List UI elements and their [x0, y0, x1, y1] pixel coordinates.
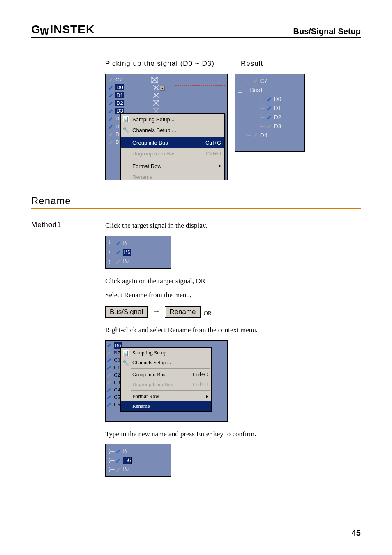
pencil-icon: [106, 342, 112, 348]
pencil-icon: [106, 394, 112, 400]
tree-node: D4: [260, 132, 267, 139]
logo-text-g: G: [31, 23, 40, 36]
menu-item-group-into-bus[interactable]: Group into Bus Ctrl+G: [121, 370, 211, 379]
signal-label-editing[interactable]: B6: [123, 457, 132, 464]
signal-label: D: [115, 139, 119, 145]
tree-collapse-icon[interactable]: −: [238, 88, 242, 92]
tree-node: D0: [274, 96, 281, 102]
signal-label-selected: D1: [115, 92, 124, 98]
pencil-icon: [115, 467, 121, 472]
pencil-icon: [108, 139, 114, 145]
menu-item-label: Format Row: [132, 163, 161, 169]
signal-label: C0: [114, 357, 120, 363]
menu-item-rename[interactable]: Rename: [121, 401, 211, 411]
pencil-icon: [115, 240, 121, 246]
caption-right: Result: [241, 60, 263, 68]
signal-label: B5: [123, 240, 129, 247]
signal-label: C1: [114, 364, 120, 371]
menu-item-ungroup-from-bus: Ungroup from Bus Ctrl+U: [121, 148, 224, 159]
step-text: Click the target signal in the display.: [105, 221, 361, 231]
pencil-icon: [106, 402, 112, 407]
signal-label-selected: D3: [115, 108, 124, 114]
sampling-icon: 📊: [122, 116, 129, 123]
pencil-icon: [108, 100, 114, 106]
pencil-icon: [108, 92, 114, 98]
step-text: Type in the new name and press Enter key…: [105, 429, 361, 439]
pencil-icon: [106, 365, 112, 370]
pencil-icon: [108, 132, 114, 137]
menu-item-label: Format Row: [132, 393, 159, 400]
pencil-icon: [108, 85, 114, 90]
step-text: Click again on the target signal, OR: [105, 276, 361, 287]
sampling-icon: 📊: [122, 350, 129, 356]
menu-button-rename[interactable]: Rename: [165, 306, 200, 318]
pencil-icon: [108, 124, 114, 130]
menu-shortcut: Ctrl+U: [193, 381, 208, 388]
dropdown-icon: [160, 86, 165, 91]
pencil-icon: [108, 108, 114, 114]
section-heading: Rename: [31, 195, 361, 207]
pencil-icon: [253, 78, 258, 84]
menu-item-label: Group into Bus: [132, 140, 168, 146]
screenshot-context-rename: B6 B7 C0 C1 C2 C3 C4 C5 C6 📊 Sampling Se…: [105, 340, 228, 422]
context-menu: 📊 Sampling Setup ... 🔧 Channels Setup ..…: [120, 113, 225, 180]
pencil-icon: [108, 116, 114, 122]
pencil-icon: [115, 458, 121, 463]
pencil-icon: [115, 259, 121, 264]
tree-node: D3: [274, 123, 281, 130]
menu-item-sampling-setup[interactable]: 📊 Sampling Setup ...: [121, 114, 224, 125]
figure-caption-row: Picking up the signal (D0 ~ D3) Result: [105, 60, 361, 68]
menu-shortcut: Ctrl+G: [205, 140, 221, 146]
channels-icon: 🔧: [122, 360, 129, 366]
page-header: GWINSTEK Bus/Signal Setup: [31, 23, 361, 38]
menu-path-row: Bus/Signal → Rename OR: [105, 306, 361, 318]
tree-node: D2: [274, 114, 281, 120]
menu-item-rename: Rename: [121, 171, 224, 180]
menu-item-label: Ungroup from Bus: [132, 150, 176, 157]
arrow-icon: →: [152, 307, 160, 315]
screenshot-result-tree: ┊╌╌C7 −╌╌Bus1 ┊╌╌D0 ┊╌╌D1 ┊╌╌D2 └╌╌D3 ┊╌…: [235, 74, 305, 152]
menu-shortcut: Ctrl+G: [193, 371, 208, 378]
menu-item-channels-setup[interactable]: 🔧 Channels Setup ...: [121, 358, 211, 368]
pencil-icon: [106, 350, 112, 356]
step-text: Select Rename from the menu,: [105, 290, 361, 301]
pencil-icon: [267, 105, 272, 111]
pencil-icon: [115, 449, 121, 454]
tree-node: D1: [274, 105, 281, 111]
signal-label: D: [115, 123, 119, 130]
signal-label: D: [115, 116, 119, 122]
screenshot-picking-signals: C7 D0 D1 D2 D3 D D D D 📊 Samp: [105, 74, 228, 180]
logo-text-w: W: [40, 25, 49, 38]
menu-item-label: Sampling Setup ...: [132, 116, 176, 123]
pencil-icon: [115, 250, 121, 255]
menu-item-label: Group into Bus: [132, 371, 165, 378]
step-text: Right-click and select Rename from the c…: [105, 325, 361, 335]
channels-icon: 🔧: [122, 127, 129, 133]
page-number: 45: [352, 528, 361, 538]
signal-label: B7: [123, 466, 129, 473]
signal-label: C3: [114, 379, 120, 386]
menu-item-format-row[interactable]: Format Row: [121, 161, 224, 171]
menu-item-format-row[interactable]: Format Row: [121, 391, 211, 401]
menu-item-channels-setup[interactable]: 🔧 Channels Setup ...: [121, 125, 224, 135]
caption-left: Picking up the signal (D0 ~ D3): [105, 60, 241, 68]
menu-button-bus-signal[interactable]: Bus/Signal: [105, 306, 148, 318]
signal-label: C2: [114, 372, 120, 378]
screenshot-signal-select: ┊╌╌B5 ┊╌╌B6 ┊╌╌B7: [105, 236, 171, 269]
section-title-header: Bus/Signal Setup: [293, 27, 361, 36]
context-menu: 📊 Sampling Setup ... 🔧 Channels Setup ..…: [120, 347, 212, 412]
menu-item-label: Sampling Setup ...: [132, 349, 172, 356]
tree-node: C7: [260, 78, 267, 84]
menu-item-ungroup-from-bus: Ungroup from Bus Ctrl+U: [121, 379, 211, 389]
method-label: Method1: [31, 221, 105, 484]
pencil-icon: [106, 372, 112, 378]
menu-item-group-into-bus[interactable]: Group into Bus Ctrl+G: [121, 137, 224, 148]
signal-label: B7: [123, 258, 129, 265]
logo-text-instek: INSTEK: [50, 23, 95, 36]
menu-item-sampling-setup[interactable]: 📊 Sampling Setup ...: [121, 348, 211, 358]
signal-label: C7: [115, 76, 122, 83]
pencil-icon: [253, 132, 258, 138]
signal-label: C5: [114, 394, 120, 400]
signal-label: B7: [114, 349, 120, 356]
brand-logo: GWINSTEK: [31, 23, 95, 36]
